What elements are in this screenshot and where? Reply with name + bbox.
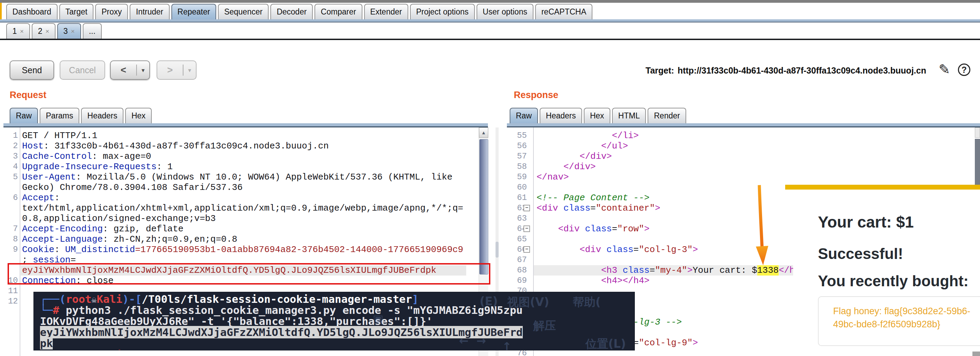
flag-text-line2: 49bc-bde8-f2f6509b928b} [833, 319, 940, 330]
flag-card: Flag honey: flag{9c38d2e2-59b6- 49bc-bde… [818, 296, 980, 346]
code-line[interactable]: <h4></h4> [536, 276, 650, 286]
line-number: 60 [512, 182, 527, 193]
line-number: 65 [512, 234, 527, 244]
line-number: 61 [512, 193, 527, 203]
code-line[interactable]: </nav> [536, 172, 569, 182]
code-line[interactable]: </li> [536, 131, 639, 141]
scroll-up-icon[interactable]: ▲ [479, 128, 488, 138]
annotation-arrow-icon [748, 184, 779, 270]
response-scrollbar[interactable] [975, 128, 980, 185]
ghost-artifact-text: (E) [480, 295, 498, 308]
ghost-artifact-text: ▣ [373, 312, 383, 326]
ghost-artifact-text: 解压 [533, 318, 556, 334]
session-cookie-annotation-box [8, 263, 490, 284]
code-line[interactable]: <!-- Page Content --> [536, 193, 650, 203]
overlay-scrollbar-fragment [972, 351, 980, 356]
line-number: 57 [512, 151, 527, 161]
cart-heading: Your cart: $1 [818, 213, 914, 231]
ghost-artifact-text: 位置(L) [585, 336, 626, 350]
fold-collapse-icon[interactable]: − [523, 246, 530, 253]
code-line[interactable]: </div> [536, 161, 596, 172]
fold-collapse-icon[interactable]: − [523, 205, 530, 211]
code-line[interactable]: <div class="row"> [536, 224, 650, 234]
ghost-artifact-text: 视图(V) [507, 295, 549, 310]
scrollbar-thumb[interactable] [975, 139, 980, 185]
code-line[interactable]: <div class="container"> [536, 203, 660, 213]
ghost-artifact-text: ↑ [502, 340, 512, 350]
line-number: 56 [512, 141, 527, 151]
line-number: 58 [512, 161, 527, 172]
terminal-line: eyJiYWxhbmNlIjoxMzM4LCJwdXJjaGFzZXMiOltd… [40, 327, 523, 338]
code-line[interactable]: <div class="col-lg-3"> [536, 244, 698, 255]
line-number: 55 [512, 131, 527, 141]
ghost-artifact-text: ← → [459, 334, 486, 347]
panel-splitter-handle[interactable] [496, 242, 499, 258]
kali-terminal-overlay: ┌──(root☠Kali)-[/T00ls/flask-session-coo… [33, 292, 635, 350]
scroll-up-button[interactable] [975, 128, 980, 138]
ghost-artifact-text: 帮助( [573, 295, 601, 310]
terminal-line: ┌──(root☠Kali)-[~] [40, 349, 154, 350]
burp-suite-repeater-window: DashboardTargetProxyIntruderRepeaterSequ… [0, 0, 980, 356]
flag-text-line1: Flag honey: flag{9c38d2e2-59b6- [833, 306, 970, 317]
terminal-line: └─# python3 ./flask_session_cookie_manag… [40, 305, 523, 316]
code-line[interactable]: </ul> [536, 141, 628, 151]
success-heading: Successful! [818, 245, 903, 262]
line-number: 68 [512, 265, 527, 276]
line-number: 67 [512, 255, 527, 265]
code-line[interactable]: </div> [536, 151, 612, 161]
yellow-divider-bar [785, 185, 980, 190]
terminal-line: pk [40, 338, 53, 349]
line-number: 59 [512, 172, 527, 182]
line-number: 69 [512, 276, 527, 286]
line-number: 63 [512, 213, 527, 224]
fold-collapse-icon[interactable]: − [523, 225, 530, 232]
scrollbar-thumb[interactable] [479, 139, 488, 275]
recently-bought-heading: You recently bought: [818, 273, 969, 290]
